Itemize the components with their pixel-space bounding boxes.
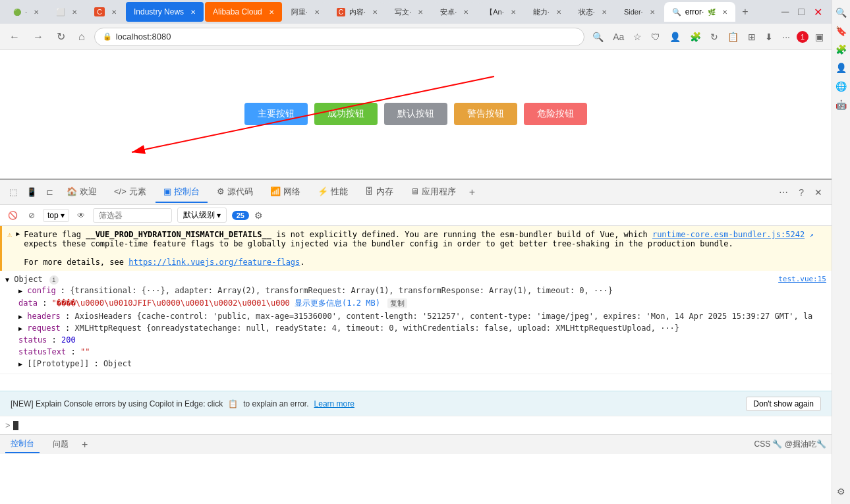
sidebar-user-icon[interactable]: 👤 <box>834 61 849 75</box>
object-info-badge: i <box>49 275 59 285</box>
sidebar-bookmark-icon[interactable]: 🔖 <box>834 24 849 38</box>
downloads-icon[interactable]: ⬇ <box>762 30 776 43</box>
warning-text-main: Feature flag __VUE_PROD_HYDRATION_MISMAT… <box>24 230 814 239</box>
tab-error[interactable]: 🔍 error· 🌿 ✕ <box>664 2 736 22</box>
devtools-add-tab-button[interactable]: + <box>465 185 479 200</box>
console-clear-button[interactable]: 🚫 <box>5 210 20 221</box>
tab-industry-news[interactable]: Industry News ✕ <box>126 2 204 22</box>
headers-prop: ▶ headers : AxiosHeaders {cache-control:… <box>18 310 826 322</box>
devtools-close-button[interactable]: ✕ <box>810 186 826 199</box>
devtools-tab-sources[interactable]: ⚙ 源代码 <box>209 182 261 203</box>
expand-arrow[interactable]: ▶ <box>16 230 20 237</box>
test-vue-link[interactable]: test.vue:15 <box>778 275 826 283</box>
sidebar-ai-icon[interactable]: 🤖 <box>834 98 849 112</box>
maximize-button[interactable]: □ <box>794 3 808 20</box>
devtools-tab-application-label: 应用程序 <box>422 186 456 198</box>
extensions-icon[interactable]: 🧩 <box>687 30 704 43</box>
copy-button[interactable]: 复制 <box>387 298 407 308</box>
level-dropdown[interactable]: 默认级别 ▾ <box>177 208 227 223</box>
object-expand-arrow[interactable]: ▼ <box>5 276 9 283</box>
devtools-sidebar-button[interactable]: ⊏ <box>42 186 57 198</box>
sidebar-right-icon[interactable]: ▣ <box>812 30 826 43</box>
tab-ability[interactable]: 能力·✕ <box>525 2 569 22</box>
sources-icon: ⚙ <box>217 186 225 196</box>
back-button[interactable]: ← <box>5 28 24 45</box>
dont-show-again-button[interactable]: Don't show again <box>746 397 821 411</box>
request-expand[interactable]: ▶ <box>18 325 22 332</box>
bottom-add-tab-button[interactable]: + <box>82 439 88 451</box>
tab-content[interactable]: C 内容·✕ <box>329 2 385 22</box>
tab-an[interactable]: 【An·✕ <box>478 2 524 22</box>
prototype-expand[interactable]: ▶ <box>18 360 22 368</box>
more-icon[interactable]: ··· <box>779 30 793 43</box>
collection-icon[interactable]: 📋 <box>725 30 741 43</box>
status-key: status <box>18 335 47 345</box>
sidebar-zoom-icon[interactable]: 🔍 <box>834 5 849 20</box>
devtools-tab-network[interactable]: 📶 网络 <box>262 182 308 203</box>
danger-button[interactable]: 危险按钮 <box>524 103 587 125</box>
devtools-more-button[interactable]: ⋯ <box>775 186 792 199</box>
devtools-inspect-button[interactable]: ⬚ <box>5 186 21 198</box>
tab-android[interactable]: 安卓·✕ <box>432 2 476 22</box>
bottom-tab-console[interactable]: 控制台 <box>5 435 40 453</box>
search-icon[interactable]: 🔍 <box>590 30 606 43</box>
tab-ali2[interactable]: 阿里·✕ <box>283 2 327 22</box>
reader-icon[interactable]: Aa <box>610 30 627 43</box>
warning-text-line2: expects these compile-time feature flags… <box>24 239 733 248</box>
address-bar[interactable]: 🔒 localhost:8080 <box>94 28 585 46</box>
filter-input[interactable] <box>93 208 172 223</box>
devtools-tab-bar: ⬚ 📱 ⊏ 🏠 欢迎 </> 元素 ▣ 控制台 ⚙ 源代码 <box>0 180 832 205</box>
warning-button[interactable]: 警告按钮 <box>454 103 517 125</box>
statustext-value: "" <box>80 347 90 356</box>
performance-icon: ⚡ <box>318 186 328 196</box>
config-expand[interactable]: ▶ <box>18 287 22 294</box>
forward-button[interactable]: → <box>29 28 47 45</box>
sidebar-extensions-icon[interactable]: 🧩 <box>834 42 849 57</box>
tab-t1[interactable]: 🟢 · ✕ <box>5 2 47 22</box>
warning-link[interactable]: runtime-core.esm-bundler.js:5242 <box>652 230 805 239</box>
refresh2-icon[interactable]: ↻ <box>708 30 721 43</box>
console-no-icon[interactable]: ⊘ <box>26 210 38 221</box>
minimize-button[interactable]: ─ <box>778 3 793 20</box>
show-more-link[interactable]: 显示更多信息(1.2 MB) <box>295 298 380 308</box>
devtools-tab-elements[interactable]: </> 元素 <box>106 182 154 203</box>
notification-badge[interactable]: 1 <box>797 31 808 43</box>
vuejs-feature-flags-link[interactable]: https://link.vuejs.org/feature-flags <box>128 258 300 267</box>
default-button[interactable]: 默认按钮 <box>384 103 447 125</box>
tab-sider[interactable]: Sider·✕ <box>616 2 663 22</box>
devtools-tab-application[interactable]: 🖥 应用程序 <box>403 182 464 203</box>
refresh-button[interactable]: ↻ <box>53 28 69 45</box>
devtools-device-button[interactable]: 📱 <box>22 186 41 198</box>
add-tab-button[interactable]: + <box>737 6 753 18</box>
devtools-tab-memory[interactable]: 🗄 内存 <box>357 182 401 203</box>
request-key: request <box>27 323 61 333</box>
close-button[interactable]: ✕ <box>810 3 826 21</box>
bottom-tab-issues[interactable]: 问题 <box>47 436 74 453</box>
sidebar-settings-icon[interactable]: ⚙ <box>835 484 847 499</box>
sidebar-edge-icon[interactable]: 🌐 <box>834 79 849 94</box>
devtools-tab-welcome[interactable]: 🏠 欢迎 <box>59 182 105 203</box>
success-button[interactable]: 成功按钮 <box>314 103 378 125</box>
external-link-icon[interactable]: ↗ <box>809 231 814 239</box>
learn-more-link[interactable]: Learn more <box>314 399 354 408</box>
devtools-help-button[interactable]: ? <box>795 186 808 199</box>
context-dropdown[interactable]: top ▾ <box>43 209 69 222</box>
home-button[interactable]: ⌂ <box>74 28 89 45</box>
profile-icon[interactable]: 👤 <box>667 30 683 43</box>
devtools-tab-network-label: 网络 <box>283 186 300 198</box>
devtools-tab-console[interactable]: ▣ 控制台 <box>156 182 208 203</box>
sidebar-toggle-icon[interactable]: ⊞ <box>745 30 758 43</box>
tab-status[interactable]: 状态·✕ <box>571 2 615 22</box>
tab-t2[interactable]: ⬜ ✕ <box>48 2 85 22</box>
bookmark-icon[interactable]: ☆ <box>631 30 644 43</box>
tab-write[interactable]: 写文·✕ <box>387 2 431 22</box>
headers-expand[interactable]: ▶ <box>18 313 22 320</box>
devtools-tab-performance[interactable]: ⚡ 性能 <box>310 182 356 203</box>
console-settings-icon[interactable]: ⚙ <box>254 210 263 221</box>
tab-alibaba[interactable]: Alibaba Cloud ✕ <box>205 2 282 22</box>
devtools-tab-elements-label: 元素 <box>129 186 146 198</box>
tab-t3[interactable]: C ✕ <box>86 2 125 22</box>
shield-icon[interactable]: 🛡 <box>648 30 663 43</box>
primary-button[interactable]: 主要按钮 <box>244 103 308 125</box>
eye-button[interactable]: 👁 <box>74 210 88 221</box>
